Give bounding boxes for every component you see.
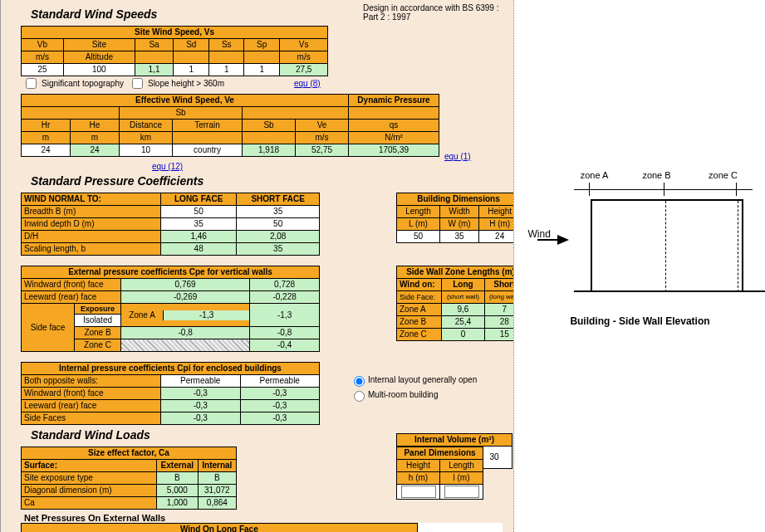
wind-arrow-icon xyxy=(557,235,569,245)
net-windon: Wind On Long Face xyxy=(22,524,418,533)
wn-dh2: 2,08 xyxy=(237,231,320,243)
bd-lv: 50 xyxy=(397,231,440,243)
net-title: Net Pressures On External Walls xyxy=(24,513,514,523)
c-sb: Sb xyxy=(243,120,296,132)
za-v1: -1,3 xyxy=(164,310,249,320)
zl-windon: Wind on: xyxy=(397,279,442,291)
vol-title: Internal Volume (m³) xyxy=(397,434,512,447)
cpi-sf2: -0,3 xyxy=(240,412,320,425)
cpi-lf: Leeward (rear) face xyxy=(22,400,161,412)
zb-v2: -0,8 xyxy=(250,327,320,339)
u-he: m xyxy=(71,132,120,144)
ve-ve: 52,75 xyxy=(296,144,349,157)
exposure-val[interactable]: Isolated xyxy=(75,315,120,326)
bd-w: Width xyxy=(439,206,478,218)
u-terr xyxy=(173,132,243,144)
panel-l-input[interactable] xyxy=(444,486,479,498)
building-rect xyxy=(591,199,743,292)
radio-multi[interactable] xyxy=(354,391,365,402)
net-pressures-table: Wind On Long Face Elevation: Windward (f… xyxy=(21,523,503,532)
cpi-both: Both opposite walls: xyxy=(22,375,161,388)
ve-dist: 10 xyxy=(120,144,173,157)
vs-vs: 27,5 xyxy=(280,64,328,76)
sb-span: Sb xyxy=(120,107,243,120)
zl-sub-l: (short wall) xyxy=(442,291,484,304)
c-qs: qs xyxy=(349,120,439,132)
c-terr: Terrain xyxy=(173,120,243,132)
ca-title: Size effect factor, Ca xyxy=(22,447,237,460)
chk-topo-label: Significant topography xyxy=(42,79,124,88)
ca-table: Size effect factor, Ca Surface: External… xyxy=(21,447,237,510)
equ12-link[interactable]: equ (12) xyxy=(152,162,183,171)
u-ss xyxy=(209,51,244,64)
panel-hu: h (m) xyxy=(397,472,440,485)
ca-site1: B xyxy=(157,472,199,485)
zone-lengths-table: Side Wall Zone Lengths (m) Wind on: Long… xyxy=(396,266,525,341)
u-site: Altitude xyxy=(63,51,135,64)
col-site: Site xyxy=(63,39,135,51)
col-sa: Sa xyxy=(135,39,173,51)
dyn-title: Dynamic Pressure xyxy=(349,95,439,107)
radio-open-text: Internal layout generally open xyxy=(368,375,477,384)
chk-slope[interactable] xyxy=(132,78,143,89)
wn-b1: 50 xyxy=(161,206,237,218)
c-he: He xyxy=(71,120,120,132)
wn-dh1: 1,46 xyxy=(161,231,237,243)
zl-c: Zone C xyxy=(397,329,442,341)
ca-ca1: 1,000 xyxy=(157,497,199,510)
diagram: zone A zone B zone C Wind Building - Sid… xyxy=(524,199,757,327)
zl-long: Long xyxy=(442,279,484,291)
panel-table: Panel Dimensions HeightLength h (m)l (m) xyxy=(396,447,483,500)
c-dist: Distance xyxy=(120,120,173,132)
u-ve: m/s xyxy=(296,132,349,144)
cpe-wf: Windward (front) face xyxy=(22,279,121,291)
cpi-sf1: -0,3 xyxy=(161,412,241,425)
panel-h-input[interactable] xyxy=(401,486,436,498)
cpi-lf2: -0,3 xyxy=(240,400,320,412)
col-sp: Sp xyxy=(244,39,280,51)
site-wind-speed-table: Site Wind Speed, Vs Vb Site Sa Sd Ss Sp … xyxy=(21,26,328,76)
ca-surf: Surface: xyxy=(22,460,157,472)
equ1-link[interactable]: equ (1) xyxy=(444,152,471,161)
cpi-both1: Permeable xyxy=(161,375,241,388)
panel-lu: l (m) xyxy=(440,472,483,485)
bd-wu: W (m) xyxy=(439,218,478,231)
heading-pressure-coeff: Standard Pressure Coefficients xyxy=(31,174,514,188)
vs-sd: 1 xyxy=(174,64,209,76)
panel-h: Height xyxy=(397,460,440,472)
chk-topo[interactable] xyxy=(26,78,37,89)
wn-sl2: 35 xyxy=(237,243,320,256)
design-note: Design in accordance with BS 6399 : Part… xyxy=(363,3,514,22)
cpe-side-label: Side face xyxy=(25,323,71,333)
ca-ca2: 0,864 xyxy=(198,497,236,510)
effective-wind-speed-table: Effective Wind Speed, Ve Dynamic Pressur… xyxy=(21,94,439,157)
cpe-lf: Leeward (rear) face xyxy=(22,291,121,304)
radio-multi-label[interactable]: Multi-room building xyxy=(350,388,477,402)
equ8-link[interactable]: equ (8) xyxy=(294,79,321,88)
zone-divider-a xyxy=(665,201,666,292)
zl-a: Zone A xyxy=(397,304,442,316)
dim-line xyxy=(574,189,753,190)
u-hr: m xyxy=(22,132,71,144)
zl-title: Side Wall Zone Lengths (m) xyxy=(397,266,525,279)
exposure-hdr: Exposure xyxy=(75,304,120,315)
wind-normal-table: WIND NORMAL TO: LONG FACE SHORT FACE Bre… xyxy=(21,193,320,256)
ve-title: Effective Wind Speed, Ve xyxy=(22,95,349,107)
u-dist: km xyxy=(120,132,173,144)
ve-qs: 1705,39 xyxy=(349,144,439,157)
col-ss: Ss xyxy=(209,39,244,51)
diagram-caption: Building - Side Wall Elevation xyxy=(524,315,757,327)
radio-open[interactable] xyxy=(354,376,365,387)
wn-h2: LONG FACE xyxy=(161,193,237,206)
bd-title: Building Dimensions xyxy=(397,193,521,206)
zb-v1: -0,8 xyxy=(121,327,250,339)
cpe-lf1: -0,269 xyxy=(121,291,250,304)
zl-a1: 9,6 xyxy=(442,304,484,316)
zone-b-label: zone B xyxy=(632,170,682,180)
cpe-lf2: -0,228 xyxy=(250,291,320,304)
cpe-title: External pressure coefficients Cpe for v… xyxy=(22,266,320,279)
radio-open-label[interactable]: Internal layout generally open xyxy=(350,373,477,387)
zone-c-label: zone C xyxy=(699,170,748,180)
zc-v2: -0,4 xyxy=(250,339,320,352)
ve-terr: country xyxy=(173,144,243,157)
